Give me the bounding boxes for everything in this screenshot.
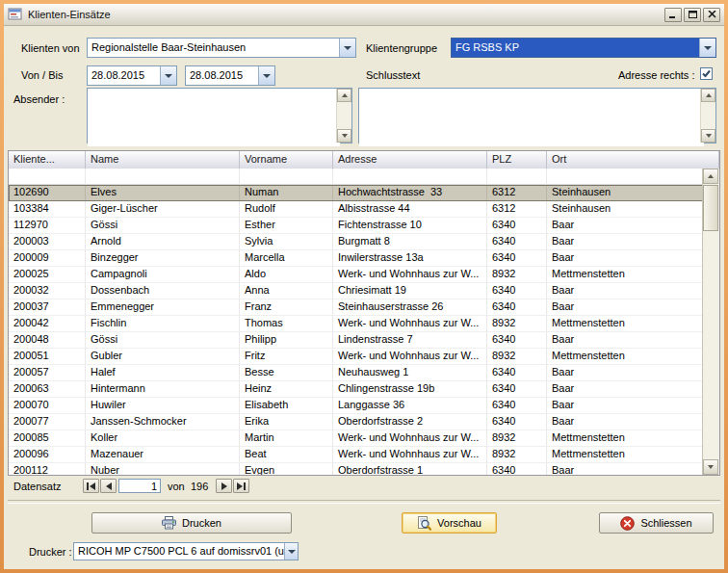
klientengruppe-dropdown[interactable]: FG RSBS KP	[451, 38, 716, 58]
grid-row[interactable]: 200096MazenauerBeatWerk- und Wohnhaus zu…	[9, 447, 703, 463]
schlusstext-scrollbar[interactable]	[700, 89, 715, 143]
scroll-down-icon[interactable]	[337, 129, 351, 143]
grid-cell: Numan	[240, 185, 333, 201]
grid-cell: 6340	[487, 463, 547, 475]
grid-cell: 200009	[9, 250, 86, 267]
chevron-down-icon[interactable]	[284, 543, 298, 560]
grid-row[interactable]: 200051GublerFritzWerk- und Wohnhaus zur …	[9, 349, 703, 365]
grid-row[interactable]: 103384Giger-LüscherRudolfAlbisstrasse 44…	[9, 201, 703, 218]
previous-record-button[interactable]	[100, 479, 117, 493]
vorschau-button[interactable]: Vorschau	[402, 512, 497, 534]
drucker-dropdown[interactable]: RICOH MP C7500 PCL 6 auf domissrv01 (um	[73, 542, 299, 560]
grid-row[interactable]: 200057HalefBesseNeuhausweg 16340Baar	[9, 365, 703, 381]
drucker-label: Drucker :	[29, 546, 72, 559]
grid-row[interactable]: 200009BinzeggerMarcellaInwilerstrasse 13…	[9, 250, 703, 267]
grid-cell	[547, 169, 703, 185]
grid-cell: Arnold	[86, 234, 240, 250]
minimize-button[interactable]	[664, 8, 682, 22]
grid-cell: Neuhausweg 1	[333, 365, 487, 381]
absender-input[interactable]	[88, 89, 340, 146]
klienten-von-value: Regionalstelle Baar-Steinhausen	[88, 39, 339, 57]
close-button[interactable]	[703, 8, 720, 22]
grid-scrollbar[interactable]	[702, 169, 719, 475]
grid-cell: Gubler	[86, 349, 240, 365]
grid-row[interactable]: 112970GössiEstherFichtenstrasse 106340Ba…	[9, 218, 703, 234]
grid-row[interactable]: 102690ElvesNumanHochwachtstrasse 336312S…	[9, 185, 703, 201]
grid-cell: Werk- und Wohnhaus zur W...	[333, 447, 487, 463]
grid-cell: Huwiler	[86, 398, 240, 414]
klienten-von-dropdown[interactable]: Regionalstelle Baar-Steinhausen	[87, 38, 356, 58]
bis-datepicker[interactable]: 28.08.2015	[185, 65, 275, 86]
grid-row[interactable]: 200112NuberEvgenOberdorfstrasse 16340Baa…	[9, 463, 703, 475]
chevron-down-icon[interactable]	[699, 39, 715, 57]
grid-cell: Franz	[240, 300, 333, 316]
grid-cell: Baar	[547, 218, 703, 234]
grid-cell: Heinz	[240, 381, 333, 398]
scroll-thumb[interactable]	[703, 185, 718, 231]
grid-header-cell[interactable]: Kliente...	[9, 151, 86, 169]
grid-cell	[487, 169, 547, 185]
grid-row[interactable]: 200063HintermannHeinzChlingenstrasse 19b…	[9, 381, 703, 398]
chevron-down-icon[interactable]	[160, 66, 176, 85]
grid-header-cell[interactable]: Name	[86, 151, 240, 169]
grid-header-cell[interactable]: Ort	[547, 151, 719, 169]
grid-cell: Nuber	[86, 463, 240, 475]
scroll-up-icon[interactable]	[703, 169, 718, 184]
grid-cell: 200070	[9, 398, 86, 414]
schlusstext-textbox[interactable]	[358, 88, 716, 143]
grid-cell: 200063	[9, 381, 86, 398]
datensatz-label: Datensatz	[13, 481, 62, 493]
grid-cell: 6340	[487, 218, 547, 234]
bis-date-value: 28.08.2015	[186, 66, 258, 85]
total-records: 196	[191, 481, 208, 493]
first-record-button[interactable]	[83, 479, 99, 493]
scroll-up-icon[interactable]	[701, 89, 715, 102]
grid-cell: Besse	[240, 365, 333, 381]
current-record-input[interactable]	[118, 479, 161, 493]
grid-cell: Elisabeth	[240, 398, 333, 414]
last-record-button[interactable]	[233, 479, 249, 493]
grid-row[interactable]: 200048GössiPhilippLindenstrasse 76340Baa…	[9, 332, 703, 349]
grid-cell: 200096	[9, 447, 86, 463]
absender-textbox[interactable]	[87, 88, 352, 143]
schliessen-button[interactable]: Schliessen	[599, 512, 714, 534]
grid-cell: Chlingenstrasse 19b	[333, 381, 487, 398]
grid-row[interactable]: 200042FischlinThomasWerk- und Wohnhaus z…	[9, 316, 703, 332]
scroll-down-icon[interactable]	[703, 459, 718, 475]
grid-cell: 8932	[487, 447, 547, 463]
scroll-down-icon[interactable]	[701, 129, 715, 143]
absender-scrollbar[interactable]	[336, 89, 351, 143]
grid-row[interactable]: 200032DossenbachAnnaChriesimatt 196340Ba…	[9, 283, 703, 300]
grid-cell: Giger-Lüscher	[86, 201, 240, 218]
chevron-down-icon[interactable]	[339, 39, 355, 57]
grid-cell: Elves	[86, 185, 240, 201]
scroll-up-icon[interactable]	[337, 89, 351, 102]
grid-row[interactable]: 200025CampagnoliAldoWerk- und Wohnhaus z…	[9, 267, 703, 283]
grid-row[interactable]: 200070HuwilerElisabethLanggasse 366340Ba…	[9, 398, 703, 414]
grid-cell: Baar	[547, 332, 703, 349]
grid-row[interactable]: 200003ArnoldSylviaBurgmatt 86340Baar	[9, 234, 703, 250]
grid-row[interactable]: 200037EmmeneggerFranzSteinhauserstrasse …	[9, 300, 703, 316]
grid-cell: Mettmenstetten	[547, 316, 703, 332]
grid-cell: 200051	[9, 349, 86, 365]
grid-cell: 6340	[487, 365, 547, 381]
grid-row[interactable]: 200077Janssen-SchmockerErikaOberdorfstra…	[9, 414, 703, 430]
absender-label: Absender :	[13, 93, 65, 106]
grid-header-cell[interactable]: PLZ	[487, 151, 547, 169]
next-record-button[interactable]	[216, 479, 232, 493]
grid-header-cell[interactable]: Adresse	[333, 151, 487, 169]
schlusstext-input[interactable]	[359, 89, 704, 146]
chevron-down-icon[interactable]	[258, 66, 274, 85]
grid-cell: Halef	[86, 365, 240, 381]
maximize-button[interactable]	[684, 8, 701, 22]
grid-cell: Baar	[547, 381, 703, 398]
drucken-button[interactable]: Drucken	[91, 512, 292, 534]
adresse-rechts-checkbox[interactable]	[700, 67, 713, 80]
grid-cell: 200112	[9, 463, 86, 475]
von-datepicker[interactable]: 28.08.2015	[87, 65, 177, 86]
grid-cell: Mettmenstetten	[547, 349, 703, 365]
grid-row[interactable]: 200085KollerMartinWerk- und Wohnhaus zur…	[9, 430, 703, 447]
grid-header-cell[interactable]: Vorname	[240, 151, 333, 169]
grid-filter-row[interactable]	[9, 169, 703, 185]
separator	[8, 500, 720, 504]
